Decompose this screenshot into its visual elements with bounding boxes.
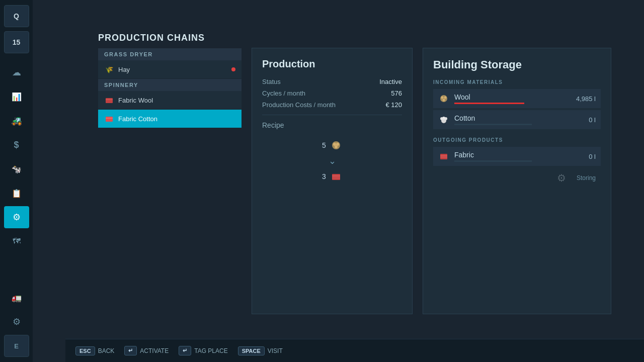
main-content: PRODUCTION CHAINS GRASS DRYER 🌾 Hay SPIN… xyxy=(33,0,644,362)
panel-title: PRODUCTION CHAINS xyxy=(98,33,242,43)
15-label: 15 xyxy=(13,38,21,46)
sidebar-item-vehicle[interactable]: 🚜 xyxy=(4,110,29,132)
production-chains-panel: PRODUCTION CHAINS GRASS DRYER 🌾 Hay SPIN… xyxy=(98,33,242,128)
sidebar-item-missions[interactable]: 📋 xyxy=(4,182,29,204)
hay-status-dot xyxy=(231,67,235,71)
recipe-fabric-icon xyxy=(330,170,342,183)
activate-label: ACTIVATE xyxy=(140,347,169,354)
category-spinnery: SPINNERY xyxy=(98,79,242,91)
recipe-input-row: 5 xyxy=(322,139,342,151)
costs-value: € 120 xyxy=(385,101,402,109)
wool-bar xyxy=(454,103,524,104)
svg-point-13 xyxy=(444,97,447,99)
recipe-output-row: 3 xyxy=(322,170,342,183)
sidebar-item-stats[interactable]: 📊 xyxy=(4,85,29,108)
storing-row: ⚙ Storing xyxy=(433,168,601,188)
arrow-down-icon: ⌄ xyxy=(329,155,336,166)
prod-stat-costs: Production Costs / month € 120 xyxy=(262,101,402,109)
activate-button[interactable]: ↵ ACTIVATE xyxy=(124,346,169,355)
back-label: BACK xyxy=(98,347,115,354)
chain-item-fabric-cotton[interactable]: Fabric Cotton xyxy=(98,110,242,128)
fabric-icon xyxy=(438,151,449,162)
bottom-bar: ESC BACK ↵ ACTIVATE ↵ TAG PLACE SPACE VI… xyxy=(65,339,644,362)
production-title: Production xyxy=(262,58,402,70)
prod-stat-cycles: Cycles / month 576 xyxy=(262,89,402,97)
e-label: E xyxy=(14,342,19,350)
chains-list: GRASS DRYER 🌾 Hay SPINNERY Fabric Wool xyxy=(98,48,242,128)
cycles-value: 576 xyxy=(391,89,402,97)
svg-point-6 xyxy=(336,143,339,146)
svg-rect-8 xyxy=(332,174,340,180)
svg-rect-0 xyxy=(106,98,113,103)
cotton-name: Cotton xyxy=(454,114,584,122)
sidebar-item-tractor[interactable]: 🚛 xyxy=(4,287,29,309)
space-key: SPACE xyxy=(238,346,265,355)
sidebar-item-e[interactable]: E xyxy=(4,335,29,357)
outgoing-section: OUTGOING PRODUCTS Fabric 0 l ⚙ xyxy=(433,137,601,188)
missions-icon: 📋 xyxy=(12,189,22,198)
wool-icon xyxy=(438,93,449,104)
recipe-output-amount: 3 xyxy=(322,172,326,180)
divider xyxy=(262,115,402,115)
svg-point-5 xyxy=(333,143,336,146)
tractor-icon: 🚛 xyxy=(12,293,22,303)
cotton-bar xyxy=(454,124,532,125)
sidebar-item-animal[interactable]: 🐄 xyxy=(4,158,29,180)
fabric-bar xyxy=(454,160,532,162)
wool-bar-wrap: Wool xyxy=(454,93,571,104)
fabric-amount: 0 l xyxy=(589,153,596,160)
esc-back-button[interactable]: ESC BACK xyxy=(75,346,114,355)
tag-place-label: TAG PLACE xyxy=(194,347,227,354)
material-row-wool: Wool 4,985 l xyxy=(433,89,601,108)
sidebar-item-q[interactable]: Q xyxy=(4,5,29,27)
cotton-icon xyxy=(438,114,449,125)
fabric-name: Fabric xyxy=(454,151,584,159)
outgoing-header: OUTGOING PRODUCTS xyxy=(433,137,601,143)
sidebar-bottom: 🚛 ⚙ E xyxy=(4,287,29,362)
cotton-amount: 0 l xyxy=(589,116,596,124)
esc-key: ESC xyxy=(75,346,95,355)
svg-point-7 xyxy=(335,145,338,148)
category-grass-dryer: GRASS DRYER xyxy=(98,48,242,60)
sidebar-item-settings[interactable]: ⚙ xyxy=(4,311,29,333)
costs-label: Production Costs / month xyxy=(262,101,336,109)
sidebar-item-map[interactable]: 🗺 xyxy=(4,230,29,252)
status-value: Inactive xyxy=(379,78,402,85)
vehicle-icon: 🚜 xyxy=(11,115,22,126)
enter-key-2: ↵ xyxy=(179,346,191,355)
sidebar-item-production[interactable]: ⚙ xyxy=(4,206,29,228)
production-icon: ⚙ xyxy=(13,212,21,223)
chain-item-fabric-wool[interactable]: Fabric Wool xyxy=(98,91,242,110)
svg-point-12 xyxy=(441,97,444,99)
building-storage-panel: Building Storage INCOMING MATERIALS Wool xyxy=(423,48,611,314)
tag-place-button[interactable]: ↵ TAG PLACE xyxy=(179,346,227,355)
visit-button[interactable]: SPACE VISIT xyxy=(238,346,283,355)
weather-icon: ☁ xyxy=(12,67,21,78)
sidebar-item-money[interactable]: $ xyxy=(4,134,29,156)
material-row-cotton: Cotton 0 l xyxy=(433,110,601,129)
animal-icon: 🐄 xyxy=(12,164,22,174)
enter-key: ↵ xyxy=(124,346,137,355)
cycles-label: Cycles / month xyxy=(262,89,305,97)
chain-item-hay[interactable]: 🌾 Hay xyxy=(98,60,242,79)
hay-icon: 🌾 xyxy=(104,64,114,74)
recipe-area: 5 ⌄ 3 xyxy=(262,139,402,183)
q-label: Q xyxy=(14,12,19,20)
stats-icon: 📊 xyxy=(12,92,22,102)
svg-point-14 xyxy=(443,99,445,102)
prod-stat-status: Status Inactive xyxy=(262,78,402,85)
fabric-cotton-icon xyxy=(104,114,114,124)
wool-name: Wool xyxy=(454,93,571,101)
incoming-header: INCOMING MATERIALS xyxy=(433,79,601,85)
chain-item-fabric-cotton-label: Fabric Cotton xyxy=(118,115,235,123)
sidebar-item-15[interactable]: 15 xyxy=(4,31,29,53)
sidebar-item-weather[interactable]: ☁ xyxy=(4,61,29,83)
svg-point-18 xyxy=(442,117,445,120)
status-label: Status xyxy=(262,78,281,85)
svg-rect-2 xyxy=(106,117,113,122)
material-row-fabric: Fabric 0 l xyxy=(433,147,601,166)
recipe-title: Recipe xyxy=(262,121,402,129)
gear-icon: ⚙ xyxy=(554,171,569,185)
building-storage-title: Building Storage xyxy=(433,58,601,71)
fabric-wool-icon xyxy=(104,95,114,105)
